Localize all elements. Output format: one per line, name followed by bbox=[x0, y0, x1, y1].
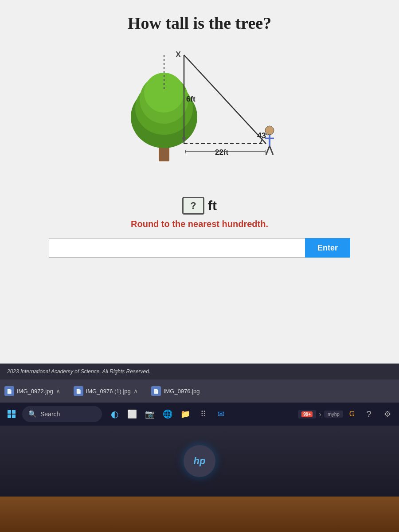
taskbar-search[interactable]: 🔍 Search bbox=[22, 406, 102, 422]
download-filename-1: IMG_0972.jpg bbox=[17, 388, 53, 395]
footer-bar: 2023 International Academy of Science. A… bbox=[0, 364, 399, 379]
windows-icon bbox=[8, 410, 16, 418]
windows-block-1 bbox=[8, 410, 11, 414]
footer-text: 2023 International Academy of Science. A… bbox=[7, 368, 150, 375]
hp-logo-area: hp bbox=[0, 426, 399, 497]
question-title: How tall is the tree? bbox=[128, 13, 271, 33]
mail-icon[interactable]: ✉ bbox=[213, 406, 229, 422]
taskbar-right: 99+ › myhp G ? ⚙ bbox=[298, 406, 395, 422]
download-item-2[interactable]: 📄 IMG_0976 (1).jpg ∧ bbox=[74, 386, 138, 396]
gear-icon[interactable]: ⚙ bbox=[379, 406, 395, 422]
downloads-bar: 📄 IMG_0972.jpg ∧ 📄 IMG_0976 (1).jpg ∧ 📄 … bbox=[0, 379, 399, 403]
notification-area[interactable]: 99+ bbox=[298, 410, 316, 419]
svg-point-17 bbox=[265, 126, 274, 135]
svg-line-8 bbox=[184, 55, 266, 144]
taskbar-icons: ◐ ⬜ 📷 🌐 📁 ⠿ ✉ bbox=[106, 406, 295, 422]
windows-block-3 bbox=[8, 415, 11, 418]
browser-icon[interactable]: 🌐 bbox=[160, 406, 176, 422]
help-icon[interactable]: ? bbox=[361, 406, 377, 422]
search-label: Search bbox=[40, 411, 60, 418]
enter-button[interactable]: Enter bbox=[305, 238, 350, 258]
start-button[interactable] bbox=[4, 406, 20, 422]
unit-label: ft bbox=[208, 198, 217, 213]
download-item-3[interactable]: 📄 IMG_0976.jpg bbox=[151, 386, 200, 396]
chevron-icon-2: ∧ bbox=[133, 387, 138, 395]
rounding-instruction: Round to the nearest hundredth. bbox=[131, 219, 268, 229]
file-icon-2: 📄 bbox=[74, 386, 83, 396]
taskview-icon[interactable]: ⬜ bbox=[124, 406, 140, 422]
hp-logo-text: hp bbox=[194, 455, 206, 467]
hp-circle: hp bbox=[184, 445, 215, 477]
svg-text:6ft: 6ft bbox=[186, 95, 196, 103]
svg-line-20 bbox=[266, 146, 270, 155]
svg-text:X: X bbox=[176, 50, 181, 59]
myhp-button[interactable]: myhp bbox=[324, 411, 343, 418]
chevron-icon-1: ∧ bbox=[56, 387, 60, 395]
answer-row: Enter bbox=[49, 238, 350, 258]
file-icon-1: 📄 bbox=[4, 386, 14, 396]
chrome-icon[interactable]: G bbox=[346, 408, 358, 420]
search-icon: 🔍 bbox=[28, 410, 37, 418]
windows-block-2 bbox=[12, 410, 16, 414]
triangle-diagram: 43° 6ft 22ft X bbox=[106, 42, 293, 192]
svg-text:22ft: 22ft bbox=[215, 148, 229, 156]
folder-icon[interactable]: 📁 bbox=[177, 406, 193, 422]
cortana-icon[interactable]: ◐ bbox=[106, 406, 122, 422]
myhp-label: myhp bbox=[328, 411, 340, 417]
svg-line-21 bbox=[270, 146, 273, 155]
camera-icon[interactable]: 📷 bbox=[142, 406, 158, 422]
main-content: How tall is the tree? 43° bbox=[0, 0, 399, 364]
file-icon-3: 📄 bbox=[151, 386, 161, 396]
taskbar: 🔍 Search ◐ ⬜ 📷 🌐 📁 ⠿ ✉ 99+ › myhp G ? bbox=[0, 403, 399, 426]
notification-count: 99+ bbox=[301, 411, 313, 417]
diagram-container: 43° 6ft 22ft X bbox=[106, 42, 293, 192]
chevron-right-icon: › bbox=[319, 410, 321, 419]
download-item-1[interactable]: 📄 IMG_0972.jpg ∧ bbox=[4, 386, 60, 396]
laptop-bottom-border bbox=[0, 497, 399, 532]
download-filename-2: IMG_0976 (1).jpg bbox=[86, 388, 131, 395]
download-filename-3: IMG_0976.jpg bbox=[164, 388, 200, 395]
windows-block-4 bbox=[12, 415, 16, 418]
unknown-bracket: ? bbox=[182, 197, 204, 215]
answer-input[interactable] bbox=[49, 238, 305, 258]
question-answer-box: ? ft bbox=[182, 197, 217, 215]
apps-icon[interactable]: ⠿ bbox=[195, 406, 211, 422]
